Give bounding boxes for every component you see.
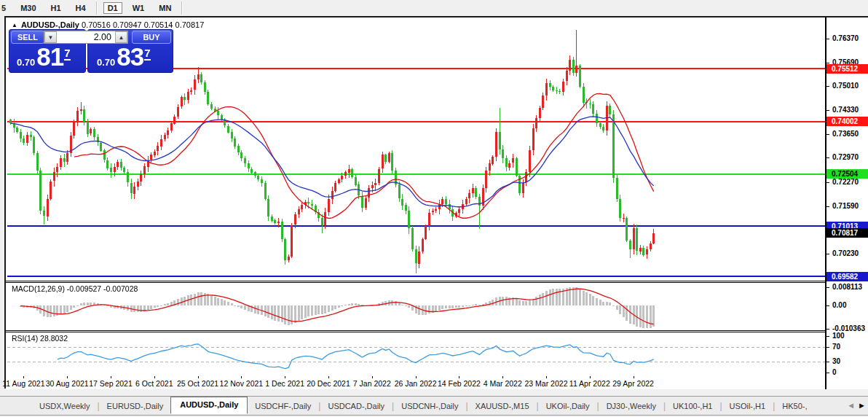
timeframe-button-m30[interactable]: M30 bbox=[16, 2, 40, 14]
price-axis-tick-label: 0.73650 bbox=[832, 130, 859, 138]
price-axis-tick-mark bbox=[826, 110, 829, 111]
toolbar-separator bbox=[96, 1, 98, 15]
date-axis-tick-mark bbox=[502, 376, 503, 378]
sell-price-big-digits: 81 bbox=[36, 45, 63, 69]
chevron-down-icon: ▼ bbox=[48, 34, 54, 41]
date-axis[interactable]: 11 Aug 202130 Aug 202117 Sep 20216 Oct 2… bbox=[6, 376, 825, 389]
macd-axis-tick-mark bbox=[826, 287, 829, 288]
symbol-tab-audusd-daily[interactable]: AUDUSD-,Daily bbox=[170, 397, 248, 414]
date-axis-label: 1 Dec 2021 bbox=[265, 379, 304, 388]
tab-scroll-left-icon[interactable]: ◄ bbox=[847, 401, 855, 410]
date-axis-tick-mark bbox=[241, 376, 242, 378]
symbol-tab-usdx-weekly[interactable]: USDX,Weekly bbox=[32, 402, 97, 410]
date-axis-label: 30 Aug 2021 bbox=[46, 379, 89, 388]
chart-title: ▲AUDUSD-,Daily 0.70516 0.70947 0.70514 0… bbox=[12, 20, 204, 29]
sell-price-prefix: 0.70 bbox=[17, 57, 35, 68]
symbol-tab-usdcad-daily[interactable]: USDCAD-,Daily bbox=[320, 402, 392, 410]
timeframe-button-h1[interactable]: H1 bbox=[47, 2, 66, 14]
date-axis-label: 11 Aug 2021 bbox=[2, 379, 44, 388]
symbol-tab-ukoil-daily[interactable]: UKOil-,Daily bbox=[539, 402, 597, 410]
buy-price-pip-digit: 7 bbox=[144, 47, 150, 61]
date-axis-label: 7 Jan 2022 bbox=[353, 379, 391, 388]
date-axis-tick-mark bbox=[372, 376, 373, 378]
price-axis-tick-mark bbox=[826, 63, 829, 63]
date-axis-tick-mark bbox=[285, 376, 285, 378]
price-axis-tick-label: 0.72970 bbox=[832, 153, 859, 161]
timeframe-button-w1[interactable]: W1 bbox=[128, 2, 149, 14]
date-axis-label: 26 Jan 2022 bbox=[395, 379, 437, 388]
date-axis-tick-mark bbox=[23, 376, 24, 378]
volume-spinner: ▼ ▲ bbox=[44, 31, 128, 44]
date-axis-tick-mark bbox=[459, 376, 459, 378]
price-axis-tick-label: 0.75010 bbox=[832, 82, 859, 90]
rsi-axis-tick-label: 0 bbox=[832, 368, 837, 376]
sell-button[interactable]: SELL bbox=[11, 31, 44, 44]
price-axis-tick-mark bbox=[826, 182, 829, 183]
timeframe-button-mn[interactable]: MN bbox=[154, 2, 175, 14]
rsi-chart-canvas[interactable] bbox=[7, 332, 825, 376]
symbol-tab-dj30-weekly[interactable]: DJ30-,Weekly bbox=[599, 402, 663, 410]
macd-indicator-label: MACD(12,26,9) -0.009527 -0.007028 bbox=[12, 284, 138, 293]
chart-symbol-label: AUDUSD-,Daily bbox=[21, 20, 79, 29]
volume-increase-button[interactable]: ▲ bbox=[115, 31, 127, 43]
timeframe-toolbar: 5M30H1H4D1W1MN bbox=[0, 0, 868, 16]
price-level-badge[interactable]: 0.70817 bbox=[826, 228, 868, 238]
chevron-up-icon: ▲ bbox=[119, 34, 125, 41]
symbol-tab-uk100-h1[interactable]: UK100-,H1 bbox=[666, 402, 719, 410]
date-axis-label: 29 Apr 2022 bbox=[612, 379, 654, 388]
buy-button[interactable]: BUY bbox=[132, 31, 171, 44]
price-axis-tick-label: 0.70230 bbox=[832, 249, 859, 257]
buy-price-big-digits: 83 bbox=[117, 45, 143, 69]
rsi-indicator-label: RSI(14) 28.8032 bbox=[12, 334, 68, 343]
rsi-axis-tick-label: 100 bbox=[832, 332, 845, 340]
price-axis-tick-mark bbox=[826, 206, 829, 207]
timeframe-button-d1[interactable]: D1 bbox=[103, 2, 122, 14]
chart-ohlc-values: 0.70516 0.70947 0.70514 0.70817 bbox=[82, 20, 204, 29]
timeframe-button-h4[interactable]: H4 bbox=[71, 2, 90, 14]
symbol-tab-usoil-h1[interactable]: USOil-,H1 bbox=[722, 402, 773, 410]
price-level-badge[interactable]: 0.72504 bbox=[826, 169, 868, 179]
chart-title-arrow-icon[interactable]: ▲ bbox=[12, 22, 17, 28]
date-axis-label: 25 Oct 2021 bbox=[177, 379, 218, 388]
price-axis[interactable]: 0.763700.756900.750100.743300.736500.729… bbox=[825, 17, 868, 389]
buy-price: 0.70 83 7 bbox=[97, 45, 151, 69]
price-axis-tick-mark bbox=[826, 134, 829, 135]
symbol-tab-hk50[interactable]: HK50-, bbox=[775, 402, 814, 410]
price-level-badge[interactable]: 0.75512 bbox=[826, 64, 868, 74]
tab-scroll-right-icon[interactable]: ► bbox=[858, 401, 866, 410]
date-axis-label: 14 Feb 2022 bbox=[438, 379, 481, 388]
rsi-axis-tick-mark bbox=[826, 362, 829, 362]
date-axis-label: 4 Mar 2022 bbox=[484, 379, 522, 388]
timeframe-button-5[interactable]: 5 bbox=[0, 2, 10, 14]
date-axis-tick-mark bbox=[111, 376, 111, 378]
sell-price-pip-digit: 7 bbox=[64, 47, 70, 61]
date-axis-tick-mark bbox=[154, 376, 155, 378]
date-axis-label: 23 Mar 2022 bbox=[525, 379, 568, 388]
date-axis-label: 20 Dec 2021 bbox=[307, 379, 350, 388]
price-level-badge[interactable]: 0.74002 bbox=[826, 117, 868, 126]
volume-decrease-button[interactable]: ▼ bbox=[44, 31, 57, 43]
buy-price-prefix: 0.70 bbox=[97, 57, 115, 68]
symbol-tab-usdcnh-daily[interactable]: USDCNH-,Daily bbox=[394, 402, 465, 410]
price-axis-tick-mark bbox=[826, 157, 829, 158]
volume-input[interactable] bbox=[57, 31, 115, 43]
date-axis-tick-mark bbox=[328, 376, 329, 378]
macd-axis-tick-label: 0.008113 bbox=[832, 283, 862, 291]
symbol-tab-usdchf-daily[interactable]: USDCHF-,Daily bbox=[248, 402, 318, 410]
date-axis-label: 6 Oct 2021 bbox=[135, 379, 173, 388]
symbol-tab-bar: USDX,Weekly|EURUSD-,DailyAUDUSD-,DailyUS… bbox=[0, 396, 868, 416]
price-axis-tick-mark bbox=[826, 86, 829, 87]
price-level-badge[interactable]: 0.69582 bbox=[826, 272, 868, 281]
symbol-tab-eurusd-daily[interactable]: EURUSD-,Daily bbox=[100, 402, 171, 410]
date-axis-label: 12 Nov 2021 bbox=[220, 379, 264, 388]
date-axis-label: 11 Apr 2022 bbox=[569, 379, 610, 388]
macd-axis-tick-mark bbox=[826, 305, 829, 306]
rsi-axis-tick-mark bbox=[826, 373, 829, 373]
date-axis-tick-mark bbox=[198, 376, 199, 378]
toolbar-separator bbox=[181, 1, 183, 15]
date-axis-tick-mark bbox=[590, 376, 591, 378]
price-axis-tick-label: 0.72270 bbox=[832, 178, 859, 186]
price-axis-tick-label: 0.71590 bbox=[832, 202, 859, 210]
symbol-tab-xauusd-m15[interactable]: XAUUSD-,M15 bbox=[468, 402, 537, 410]
rsi-axis-tick-label: 70 bbox=[832, 343, 840, 351]
